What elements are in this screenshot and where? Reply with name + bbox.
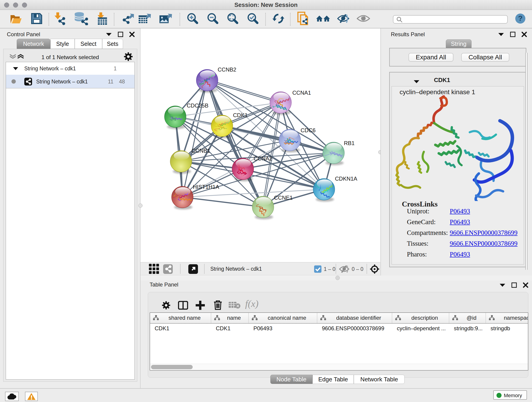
- svg-text:CDKN1A: CDKN1A: [335, 176, 357, 182]
- svg-text:RB1: RB1: [344, 140, 355, 146]
- svg-text:CCNB2: CCNB2: [218, 66, 236, 73]
- svg-text:CCNA2: CCNA2: [254, 155, 272, 162]
- svg-text:?: ?: [518, 14, 523, 22]
- svg-text:CCNB1: CCNB1: [191, 148, 210, 154]
- svg-text:CDC25B: CDC25B: [187, 102, 209, 109]
- svg-text:HIST1H1A: HIST1H1A: [193, 184, 219, 190]
- svg-text:CDK1: CDK1: [233, 112, 248, 118]
- svg-text:CCNE1: CCNE1: [274, 195, 293, 201]
- svg-text:CCNA1: CCNA1: [292, 89, 311, 96]
- svg-text:CDC6: CDC6: [301, 127, 316, 133]
